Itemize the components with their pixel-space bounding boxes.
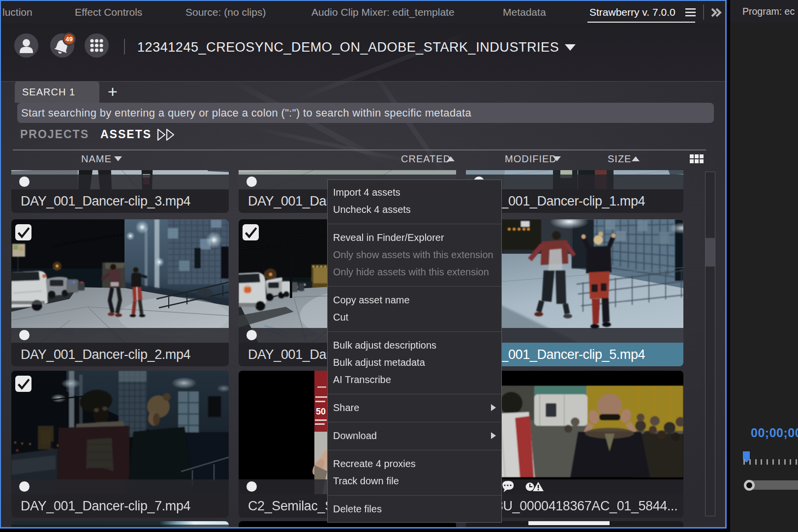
svg-text:50: 50 xyxy=(316,407,326,416)
